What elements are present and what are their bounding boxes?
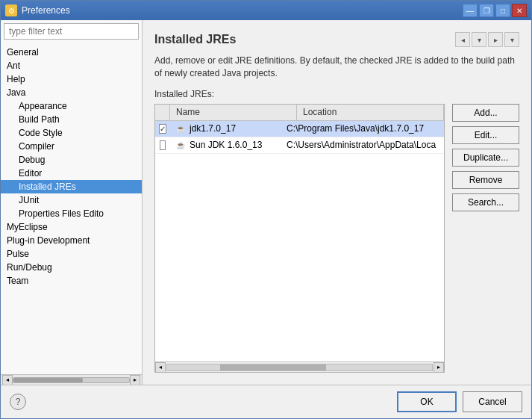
sidebar-item-help[interactable]: Help: [1, 72, 142, 86]
checkbox-1[interactable]: [159, 124, 166, 134]
edit-button[interactable]: Edit...: [452, 126, 519, 144]
sidebar-item-junit[interactable]: JUnit: [1, 193, 142, 207]
sidebar-item-build-path[interactable]: Build Path: [1, 113, 142, 126]
row-name-2: ☕ Sun JDK 1.6.0_13: [170, 137, 282, 152]
row-name-1: ☕ jdk1.7.0_17: [170, 121, 282, 136]
scroll-track: [13, 377, 130, 383]
sidebar-item-editor[interactable]: Editor: [1, 167, 142, 180]
th-location: Location: [297, 105, 444, 120]
filter-input[interactable]: [4, 23, 139, 40]
scroll-right-arrow[interactable]: ▸: [130, 375, 140, 385]
preferences-window: ⚙ Preferences — ❐ □ ✕ General Ant Help J…: [0, 0, 532, 419]
sidebar-item-installed-jres[interactable]: Installed JREs: [1, 180, 142, 193]
ok-button[interactable]: OK: [397, 391, 457, 412]
help-button[interactable]: ?: [10, 394, 26, 410]
nav-dropdown-button[interactable]: ▾: [472, 32, 486, 47]
jre-area: Name Location ☕ jdk1.7.0_17 C:: [154, 104, 519, 373]
sidebar: General Ant Help Java Appearance Build P…: [1, 20, 143, 385]
sidebar-scrollbar: ◂ ▸: [1, 374, 142, 385]
restore-button[interactable]: ❐: [479, 4, 494, 17]
jres-label: Installed JREs:: [154, 89, 519, 99]
h-scroll-left-arrow[interactable]: ◂: [155, 362, 166, 373]
sidebar-item-team[interactable]: Team: [1, 274, 142, 288]
table-header: Name Location: [155, 105, 444, 121]
sidebar-item-plugin-dev[interactable]: Plug-in Development: [1, 234, 142, 247]
window-title: Preferences: [22, 5, 70, 16]
sidebar-item-run-debug[interactable]: Run/Debug: [1, 261, 142, 274]
titlebar-left: ⚙ Preferences: [5, 4, 70, 16]
main-content: General Ant Help Java Appearance Build P…: [1, 20, 531, 385]
bottom-bar: ? OK Cancel: [1, 385, 531, 418]
sidebar-item-ant[interactable]: Ant: [1, 59, 142, 72]
nav-back-button[interactable]: ◂: [455, 32, 470, 47]
th-checkbox: [155, 105, 170, 120]
app-icon: ⚙: [5, 4, 17, 16]
nav-forward-button[interactable]: ▸: [488, 32, 503, 47]
row-location-1: C:\Program Files\Java\jdk1.7.0_17: [282, 122, 444, 135]
maximize-button[interactable]: □: [495, 4, 510, 17]
sidebar-item-properties[interactable]: Properties Files Edito: [1, 207, 142, 220]
row-checkbox-1[interactable]: [155, 122, 170, 135]
tree: General Ant Help Java Appearance Build P…: [1, 43, 142, 374]
sidebar-item-java[interactable]: Java: [1, 86, 142, 99]
row-location-2: C:\Users\Administrator\AppData\Loca: [282, 138, 444, 152]
page-description: Add, remove or edit JRE definitions. By …: [154, 55, 519, 80]
sidebar-item-myeclipse[interactable]: MyEclipse: [1, 220, 142, 234]
page-title: Installed JREs: [154, 33, 236, 46]
th-name: Name: [170, 105, 297, 120]
minimize-button[interactable]: —: [463, 4, 478, 17]
table-row[interactable]: ☕ jdk1.7.0_17 C:\Program Files\Java\jdk1…: [155, 121, 444, 137]
jre-icon-1: ☕: [175, 122, 187, 134]
close-button[interactable]: ✕: [512, 4, 527, 17]
titlebar-buttons: — ❐ □ ✕: [463, 4, 527, 17]
row-checkbox-2[interactable]: [155, 139, 170, 152]
search-button[interactable]: Search...: [452, 193, 519, 211]
sidebar-item-pulse[interactable]: Pulse: [1, 247, 142, 261]
sidebar-item-appearance[interactable]: Appearance: [1, 99, 142, 113]
h-scroll-right-arrow[interactable]: ▸: [434, 362, 444, 373]
sidebar-item-debug[interactable]: Debug: [1, 153, 142, 167]
remove-button[interactable]: Remove: [452, 171, 519, 189]
main-header: Installed JREs ◂ ▾ ▸ ▾: [154, 32, 519, 47]
scroll-left-arrow[interactable]: ◂: [2, 375, 13, 385]
main-panel: Installed JREs ◂ ▾ ▸ ▾ Add, remove or ed…: [143, 20, 531, 385]
sidebar-item-code-style[interactable]: Code Style: [1, 126, 142, 140]
action-buttons: Add... Edit... Duplicate... Remove Searc…: [452, 104, 519, 373]
jre-table: Name Location ☕ jdk1.7.0_17 C:: [154, 104, 445, 373]
h-scroll-thumb[interactable]: [220, 364, 326, 370]
scroll-thumb[interactable]: [13, 378, 83, 382]
h-scroll-track: [166, 364, 433, 371]
bottom-buttons: OK Cancel: [397, 391, 522, 412]
add-button[interactable]: Add...: [452, 104, 519, 122]
titlebar: ⚙ Preferences — ❐ □ ✕: [1, 1, 531, 20]
table-body: ☕ jdk1.7.0_17 C:\Program Files\Java\jdk1…: [155, 121, 444, 361]
nav-buttons: ◂ ▾ ▸ ▾: [455, 32, 519, 47]
cancel-button[interactable]: Cancel: [463, 391, 522, 412]
checkbox-2[interactable]: [160, 140, 166, 150]
jre-icon-2: ☕: [175, 139, 187, 151]
table-row[interactable]: ☕ Sun JDK 1.6.0_13 C:\Users\Administrato…: [155, 137, 444, 154]
nav-forward-dropdown-button[interactable]: ▾: [504, 32, 519, 47]
table-horizontal-scrollbar: ◂ ▸: [155, 361, 444, 372]
sidebar-item-compiler[interactable]: Compiler: [1, 140, 142, 153]
sidebar-item-general[interactable]: General: [1, 46, 142, 59]
duplicate-button[interactable]: Duplicate...: [452, 149, 519, 167]
